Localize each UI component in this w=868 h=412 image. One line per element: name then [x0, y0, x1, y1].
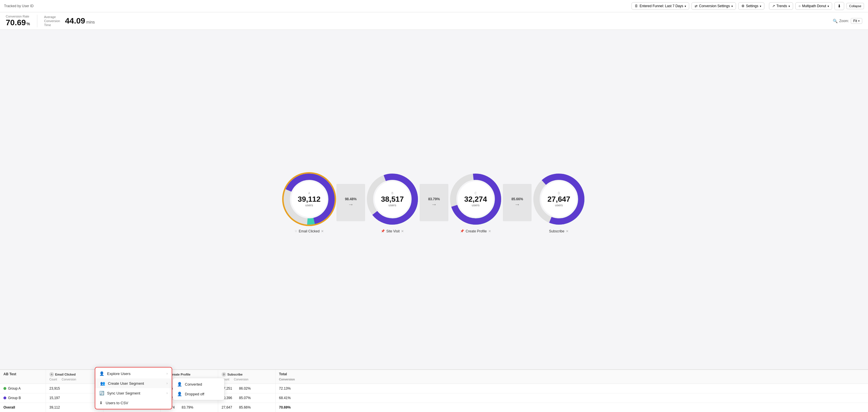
donut-b-center: B 38,517 users [381, 191, 404, 207]
th-d-name: Subscribe [227, 373, 243, 376]
top-toolbar: Tracked by User ID 🗓 Entered Funnel: Las… [0, 0, 868, 12]
td-group-a-total: 72.13% [276, 384, 310, 393]
converted-label: Converted [185, 382, 202, 386]
connector-cd-arrow: → [515, 201, 520, 208]
close-icon-d[interactable]: ✕ [566, 229, 569, 233]
context-menu-explore-users[interactable]: 👤 Explore Users › [95, 369, 172, 378]
close-icon-c[interactable]: ✕ [488, 229, 491, 233]
th-d-conv: Conversion [234, 378, 249, 381]
chevron-down-icon-5: ▾ [828, 5, 829, 8]
sync-icon: 🔄 [99, 391, 104, 395]
create-segment-arrow: › [166, 381, 167, 385]
node-d-unit: users [547, 203, 570, 207]
badge-a: A [50, 372, 54, 377]
chevron-down-icon: ▾ [685, 5, 686, 8]
td-overall-total: 70.69% [276, 403, 310, 412]
calendar-icon: 🗓 [634, 4, 638, 8]
multipath-button[interactable]: ○ Multipath Donut ▾ [795, 2, 832, 10]
node-b-value: 38,517 [381, 195, 404, 202]
connector-ab-arrow: → [348, 201, 353, 208]
node-a-name: Email Clicked [299, 229, 320, 233]
th-step-d: D Subscribe Count Conversion [218, 370, 276, 384]
gear-icon: ⚙ [741, 4, 745, 8]
donut-d-center: D 27,647 users [547, 191, 570, 207]
node-a-label: ☆ Email Clicked ✕ [294, 229, 324, 233]
funnel-area: A 39,112 users ☆ Email Clicked ✕ 98.48% … [0, 30, 868, 369]
table-section: 👤 Explore Users › 👥 Create User Segment … [0, 369, 868, 412]
settings-button[interactable]: ⚙ Settings ▾ [738, 2, 764, 10]
td-group-a-name: Group A [0, 384, 46, 393]
collapse-button[interactable]: Collapse [846, 3, 864, 9]
node-d-value: 27,647 [547, 195, 570, 202]
th-a-conv: Conversion [62, 378, 76, 381]
donut-d: D 27,647 users [532, 172, 586, 226]
node-a-value: 39,112 [298, 195, 321, 202]
search-icon: 🔍 [833, 19, 838, 23]
funnel-node-a: A 39,112 users ☆ Email Clicked ✕ [282, 172, 336, 233]
donut-b: B 38,517 users [365, 172, 420, 226]
submenu-dropped-off[interactable]: 👤 Dropped off [173, 389, 224, 399]
conversion-settings-label: Conversion Settings [699, 4, 730, 8]
tracked-by-label: Tracked by User ID [4, 4, 34, 8]
avg-conversion-label: Average Conversion Time [44, 15, 63, 27]
circle-icon: ○ [799, 4, 801, 8]
sync-segment-label: Sync User Segment [107, 391, 141, 395]
explore-users-label: Explore Users [107, 372, 131, 376]
create-segment-submenu: 👤 Converted 👤 Dropped off [173, 378, 224, 400]
funnel-node-b: B 38,517 users 📌 Site Visit ✕ [365, 172, 420, 233]
csv-icon: ⬇ [99, 401, 103, 405]
node-a-unit: users [298, 203, 321, 207]
td-overall-name: Overall [0, 403, 46, 412]
node-c-label: 📌 Create Profile ✕ [460, 229, 491, 233]
funnel-filter-button[interactable]: 🗓 Entered Funnel: Last 7 Days ▾ [631, 2, 689, 10]
sync-segment-arrow: › [166, 391, 167, 395]
chevron-down-icon-2: ▾ [732, 5, 733, 8]
context-menu-sync-segment[interactable]: 🔄 Sync User Segment › [95, 388, 172, 398]
td-group-b-name: Group B [0, 393, 46, 403]
node-b-badge: B [381, 191, 404, 194]
conversion-rate-label: Conversion Rate [6, 14, 30, 18]
th-a-name: Email Clicked [55, 373, 76, 376]
th-total: Total Conversion [276, 370, 310, 384]
donut-c-center: C 32,274 users [464, 191, 487, 207]
submenu-converted[interactable]: 👤 Converted [173, 379, 224, 389]
context-menu: 👤 Explore Users › 👥 Create User Segment … [95, 367, 172, 409]
explore-users-icon: 👤 [99, 371, 104, 376]
create-segment-icon: 👥 [100, 381, 105, 386]
dropped-off-label: Dropped off [185, 392, 205, 396]
zoom-fit-button[interactable]: Fit ▾ [851, 18, 862, 24]
conversion-icon: ⇄ [694, 4, 698, 8]
settings-label: Settings [746, 4, 758, 8]
conversion-rate-value: 70.69 [6, 18, 26, 27]
trends-label: Trends [776, 4, 787, 8]
conversion-settings-button[interactable]: ⇄ Conversion Settings ▾ [691, 2, 736, 10]
connector-ab-pct: 98.48% [345, 197, 357, 201]
context-menu-create-segment[interactable]: 👥 Create User Segment › 👤 Converted 👤 Dr… [95, 378, 172, 388]
th-c-name: Create Profile [170, 373, 191, 376]
node-d-name: Subscribe [549, 229, 564, 233]
dropped-off-icon: 👤 [177, 392, 182, 396]
connector-bc-arrow: → [431, 201, 437, 208]
badge-d: D [222, 372, 226, 377]
connector-ab: 98.48% → [336, 175, 365, 230]
td-group-b-total: 68.41% [276, 393, 310, 403]
conversion-rate-block: Conversion Rate 70.69 % [6, 14, 30, 27]
node-d-badge: D [547, 191, 570, 194]
funnel-node-d: D 27,647 users Subscribe ✕ [532, 172, 586, 233]
context-menu-users-csv[interactable]: ⬇ Users to CSV [95, 398, 172, 408]
dot-group-b [3, 397, 6, 400]
donut-c: C 32,274 users [448, 172, 503, 226]
app-container: Tracked by User ID 🗓 Entered Funnel: Las… [0, 0, 868, 412]
connector-cd: 85.66% → [503, 175, 532, 230]
close-icon-a[interactable]: ✕ [321, 229, 324, 233]
close-icon-b[interactable]: ✕ [401, 229, 404, 233]
th-a-count: Count [50, 378, 57, 381]
stats-bar: Conversion Rate 70.69 % Average Conversi… [0, 12, 868, 30]
toolbar-left: Tracked by User ID [4, 4, 34, 8]
td-group-a-step-d: 17,251 86.02% [218, 384, 276, 393]
download-button[interactable]: ⬇ [834, 2, 844, 10]
trends-button[interactable]: ↗ Trends ▾ [769, 2, 793, 10]
node-b-unit: users [381, 203, 404, 207]
users-csv-label: Users to CSV [105, 401, 128, 405]
pin-icon-b: 📌 [381, 229, 385, 233]
